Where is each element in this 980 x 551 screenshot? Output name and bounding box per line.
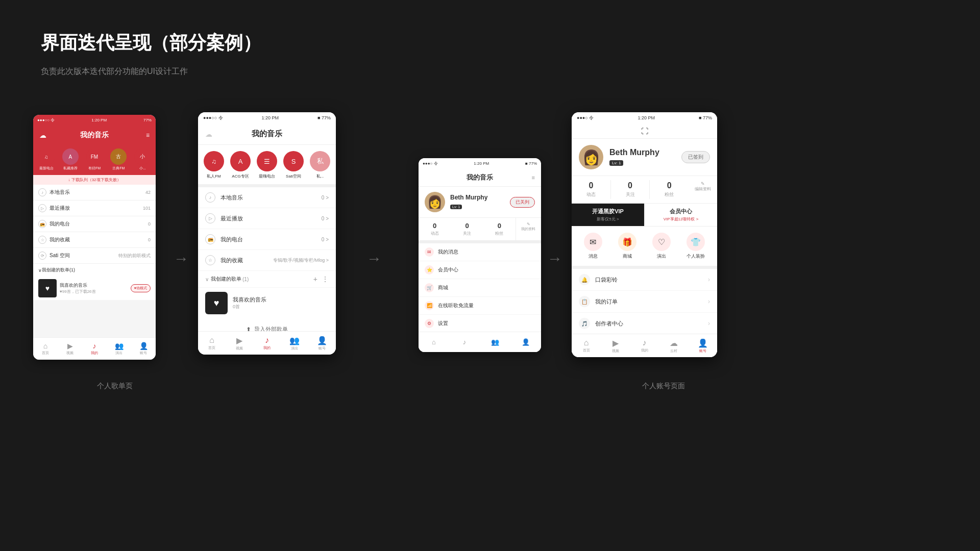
- playlist-info: 我喜欢的音乐 ♥99首，已下载26首: [60, 282, 131, 294]
- arrow-icon: ›: [708, 276, 710, 283]
- arrow-1: →: [174, 250, 189, 267]
- nav-show[interactable]: 👥 演出: [107, 342, 131, 356]
- arrow-3: →: [547, 250, 562, 267]
- nav-home[interactable]: ⌂ 首页: [33, 342, 58, 356]
- nav-mine[interactable]: ♪ 我的: [82, 342, 107, 356]
- header-left: ☁ 我的音乐 ≡: [33, 125, 156, 145]
- stat-item: 0 动态: [572, 176, 610, 203]
- playlist-btn[interactable]: ♥动模式: [131, 284, 151, 292]
- vip-button[interactable]: 开通黑胶VIP 新客仅5元 >: [572, 204, 644, 226]
- playlist-thumb: ♥: [205, 292, 228, 314]
- icon-circle: ♫: [38, 148, 55, 165]
- icon-circle: S: [283, 151, 304, 171]
- avatar-right: 👩: [579, 145, 603, 169]
- stat-edit[interactable]: ✎ 编辑资料: [689, 176, 717, 203]
- icon-item: 古 古典FM: [108, 148, 130, 171]
- stat-item: 0 动态: [419, 218, 451, 240]
- profile-row-mid-right: 👩 Beth Murphy Lv: 1 已关列: [419, 187, 541, 218]
- stat-item: 0 关注: [611, 176, 650, 203]
- status-bar-left: ●●●○○ 令 1:20 PM 77%: [33, 115, 156, 125]
- menu-item: ⚙ 设置: [419, 315, 541, 333]
- icon-item: ☰ 最嗨电台: [254, 151, 280, 179]
- icon-circle: 小: [134, 148, 151, 165]
- time-mid-right: 1:20 PM: [474, 161, 489, 166]
- playlist-info: 我喜欢的音乐 0首: [233, 296, 329, 310]
- stat-edit[interactable]: ✎ 我的资料: [516, 218, 541, 240]
- nav-mine[interactable]: ♪: [449, 338, 480, 346]
- phone-right: ●●●○ 令 1:20 PM ■ 77% ⛶ 👩 Beth Murphy Lv:…: [572, 112, 717, 357]
- nav-show[interactable]: 👥: [480, 338, 510, 346]
- expand-icon: ⛶: [641, 127, 648, 135]
- bottom-nav-mid-left: ⌂ 首页 ▶ 视频 ♪ 我的 👥 演出 👤 账号: [198, 331, 336, 355]
- time-left: 1:20 PM: [91, 118, 107, 122]
- icon-circle: A: [62, 148, 79, 165]
- battery-right: ■ 77%: [699, 115, 712, 120]
- creator-icon: 🎵: [579, 318, 590, 329]
- battery-left: 77%: [143, 118, 152, 122]
- vip-row: 开通黑胶VIP 新客仅5元 > 会员中心 VIP享超12项特权 >: [572, 204, 717, 227]
- menu-item: ♪ 本地音乐 42: [33, 185, 156, 201]
- bottom-nav-right: ⌂ 首页 ▶ 视频 ♪ 我的 ☁ 云村 👤 账号: [572, 334, 717, 357]
- menu-item: 📶 在线听歌免流量: [419, 297, 541, 315]
- menu-item: ⟳ Sati 空间 特别的前听模式: [33, 248, 156, 264]
- nav-home[interactable]: ⌂ 首页: [198, 336, 226, 350]
- stat-item: 0 粉丝: [483, 218, 516, 240]
- nav-home[interactable]: ⌂ 首页: [572, 338, 601, 353]
- icon-circle: FM: [86, 148, 103, 165]
- nav-video[interactable]: ▶ 视频: [226, 336, 253, 351]
- member-button[interactable]: 会员中心 VIP享超12项特权 >: [644, 204, 717, 226]
- playlist-item-left: ♥ 我喜欢的音乐 ♥99首，已下载26首 ♥动模式: [33, 277, 156, 300]
- plus-button[interactable]: +: [313, 275, 317, 283]
- local-music-icon: ♪: [205, 192, 215, 203]
- time-mid-left: 1:20 PM: [262, 115, 279, 120]
- nav-mine[interactable]: ♪ 我的: [630, 338, 659, 353]
- nav-account[interactable]: 👤: [510, 338, 541, 346]
- order-icon: 📋: [579, 296, 590, 307]
- avatar-mid-right: 👩: [425, 192, 445, 212]
- nav-mine[interactable]: ♪ 我的: [253, 336, 281, 350]
- icon-circle: 古: [110, 148, 127, 165]
- icon-item: ♫ 最新电台: [35, 148, 57, 171]
- menu-item: ✉ 我的消息: [419, 243, 541, 261]
- phone-left: ●●●○○ 令 1:20 PM 77% ☁ 我的音乐 ≡ ♫ 最新电台 A 私藏…: [33, 115, 156, 360]
- nav-home[interactable]: ⌂: [419, 338, 449, 346]
- follow-button-mid-right[interactable]: 已关列: [510, 197, 535, 208]
- nav-video[interactable]: ▶ 视频: [58, 342, 82, 356]
- bottom-nav-left: ⌂ 首页 ▶ 视频 ♪ 我的 👥 演出 👤 账号: [33, 337, 156, 360]
- phone-mid-right: ●●●○ 令 1:20 PM ■ 77% 我的音乐 ≡ 👩 Beth Murph…: [419, 158, 541, 352]
- nav-account[interactable]: 👤 账号: [131, 342, 156, 356]
- stat-item: 0 关注: [451, 218, 483, 240]
- stats-row-mid-right: 0 动态 0 关注 0 粉丝 ✎ 我的资料: [419, 218, 541, 241]
- profile-info-right: Beth Murphy Lv: 1: [609, 148, 681, 166]
- nav-cloud[interactable]: ☁ 云村: [659, 338, 688, 354]
- icons-row-left: ♫ 最新电台 A 私藏推荐 FM 有径FM 古 古典FM 小 小...: [33, 145, 156, 175]
- nav-show[interactable]: 👥 演出: [281, 336, 308, 351]
- status-bar-mid-left: ●●●○○ 令 1:20 PM ■ 77%: [198, 112, 336, 123]
- menu-item: 🎵 创作者中心 ›: [572, 313, 717, 335]
- icon-circle: A: [230, 151, 251, 171]
- radio-icon: 📻: [205, 234, 215, 244]
- status-bar-right: ●●●○ 令 1:20 PM ■ 77%: [572, 112, 717, 123]
- nav-account[interactable]: 👤 账号: [308, 336, 336, 351]
- more-button[interactable]: ⋮: [322, 275, 329, 283]
- playlist-thumb: ♥: [38, 279, 57, 297]
- nav-account[interactable]: 👤 账号: [688, 338, 717, 354]
- heart-icon: ♥: [45, 284, 50, 292]
- caption-right: 个人账号页面: [612, 382, 715, 391]
- phone-mid-left: ●●●○○ 令 1:20 PM ■ 77% ☁ 我的音乐 ♫ 私人FM A AC…: [198, 112, 336, 355]
- cloud-icon-mid: ☁: [205, 130, 212, 138]
- icon-item: A ACG专区: [228, 151, 253, 179]
- nav-video[interactable]: ▶ 视频: [601, 338, 630, 354]
- icon-circle: ☰: [257, 151, 277, 171]
- menu-item: ☆ 我的收藏 专辑/歌手/视频/专栏/Mlog >: [198, 250, 336, 271]
- bars-icon-right: ≡: [532, 174, 535, 181]
- icon-item: A 私藏推荐: [59, 148, 81, 171]
- follow-button-right[interactable]: 已签到: [681, 151, 710, 163]
- header-mid-left: ☁ 我的音乐: [198, 123, 336, 145]
- radio-icon: 📻: [38, 220, 46, 228]
- signal-mid-left: ●●●○○ 令: [203, 115, 223, 121]
- menu-item: 🛒 商城: [419, 279, 541, 297]
- ringtone-icon: 🔔: [579, 274, 590, 285]
- profile-info-mid-right: Beth Murphy Lv: 1: [450, 194, 510, 210]
- member-icon: ⭐: [425, 265, 434, 274]
